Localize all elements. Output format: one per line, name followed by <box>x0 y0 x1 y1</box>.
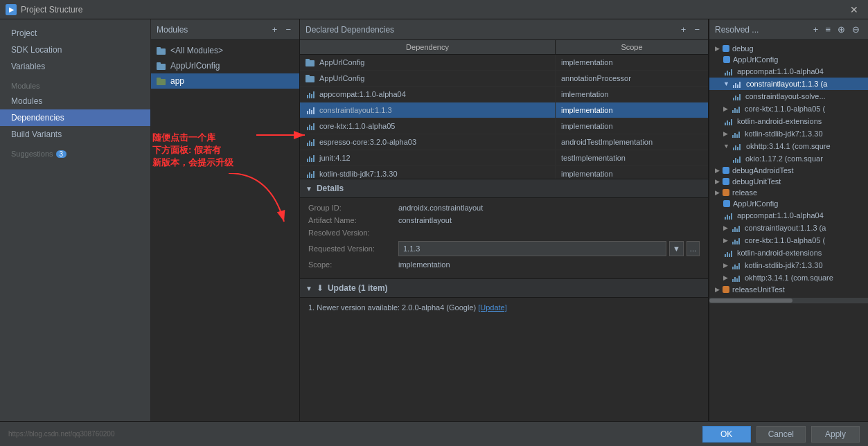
apply-button[interactable]: Apply <box>811 426 860 443</box>
resolved-item-constraintlayout-release[interactable]: ▶ constraintlayout:1.1.3 (a <box>709 222 868 234</box>
resolved-item-appcompat-debug[interactable]: appcompat:1.1.0-alpha04 <box>709 65 868 78</box>
details-toggle[interactable]: ▼ Details <box>300 179 708 198</box>
resolved-item-release-unit-test[interactable]: ▶ releaseUnitTest <box>709 284 868 295</box>
modules-panel-title: Modules <box>157 25 188 35</box>
dep-name-5: core-ktx:1.1.0-alpha05 <box>319 122 395 130</box>
deps-remove-button[interactable]: − <box>691 24 702 35</box>
dep-name-4: constraintlayout:1.1.3 <box>319 106 392 114</box>
scope-value: implementation <box>398 260 450 269</box>
close-button[interactable]: ✕ <box>846 3 862 17</box>
resolved-item-okhttp-debug[interactable]: ▼ okhttp:3.14.1 (com.squre <box>709 140 868 152</box>
bar-icon-3 <box>305 89 315 99</box>
resolved-item-appurlconfig-release[interactable]: AppUrlConfig <box>709 198 868 209</box>
requested-version-input[interactable] <box>398 241 666 256</box>
resolved-label-corektx-debug: core-ktx:1.1.0-alpha05 ( <box>745 105 825 113</box>
sidebar-item-variables[interactable]: Variables <box>0 58 150 75</box>
watermark: https://blog.csdn.net/qq308760200 <box>8 430 697 438</box>
resolved-item-kotlin-stdlib-release[interactable]: ▶ kotlin-stdlib-jdk7:1.3.30 <box>709 259 868 271</box>
update-body: 1. Newer version available: 2.0.0-alpha4… <box>300 298 708 317</box>
resolved-label-appurlconfig-debug: AppUrlConfig <box>733 55 778 64</box>
resolved-item-kotlin-stdlib[interactable]: ▶ kotlin-stdlib-jdk7:1.3.30 <box>709 127 868 140</box>
dep-col-header: Dependency <box>300 40 556 54</box>
module-appurlconfig[interactable]: AppUrlConfig <box>151 58 299 73</box>
resolved-item-debug-unit-test[interactable]: ▶ debugUnitTest <box>709 176 868 187</box>
sidebar-item-dependencies[interactable]: Dependencies <box>0 109 150 126</box>
app-icon <box>157 76 166 86</box>
resolved-item-appcompat-release[interactable]: appcompat:1.1.0-alpha04 <box>709 209 868 222</box>
update-toggle[interactable]: ▼ ⬇ Update (1 item) <box>300 279 708 298</box>
resolved-item-okhttp-release[interactable]: ▶ okhttp:3.14.1 (com.square <box>709 271 868 284</box>
resolved-label-debug-unit-test: debugUnitTest <box>732 177 781 186</box>
module-app[interactable]: app <box>151 73 299 89</box>
sidebar-item-sdk-location[interactable]: SDK Location <box>0 42 150 58</box>
resolved-expand-button[interactable]: ⊕ <box>835 24 848 35</box>
dep-scope-6: androidTestImplementation <box>556 135 708 149</box>
resolved-debug-label: debug <box>732 44 754 53</box>
resolved-version-label: Resolved Version: <box>308 229 398 237</box>
svg-rect-8 <box>305 76 315 82</box>
svg-rect-7 <box>305 59 310 61</box>
sidebar-item-modules[interactable]: Modules <box>0 93 150 109</box>
resolved-label-release: release <box>732 188 757 197</box>
version-more-button[interactable]: ... <box>687 241 700 256</box>
details-title: Details <box>317 184 344 193</box>
svg-rect-3 <box>157 62 161 64</box>
module-all-modules-label: <All Modules> <box>170 46 223 55</box>
sidebar-item-project[interactable]: Project <box>0 25 150 42</box>
version-dropdown-button[interactable]: ▼ <box>669 241 684 256</box>
bar-resolved-4 <box>731 104 741 114</box>
dep-row-constraintlayout[interactable]: constraintlayout:1.1.3 implementation <box>300 102 708 118</box>
module-all-modules[interactable]: <All Modules> <box>151 43 299 58</box>
resolved-item-release[interactable]: ▶ release <box>709 187 868 198</box>
sidebar-item-build-variants[interactable]: Build Variants <box>0 126 150 143</box>
chevron-release: ▶ <box>715 189 720 196</box>
deps-add-button[interactable]: + <box>678 24 689 35</box>
resolved-list-button[interactable]: ≡ <box>822 24 833 35</box>
modules-panel-header: Modules + − <box>151 19 299 40</box>
dep-scope-2: annotationProcessor <box>556 71 708 85</box>
sidebar: Project SDK Location Variables Modules M… <box>0 19 151 421</box>
cancel-button[interactable]: Cancel <box>756 426 806 443</box>
resolved-item-constraintlayout-debug[interactable]: ▼ constraintlayout:1.1.3 (a <box>709 78 868 90</box>
chevron-okhttp-release: ▶ <box>723 274 728 281</box>
resolved-label-okhttp-release: okhttp:3.14.1 (com.square <box>745 274 833 282</box>
resolved-item-kotlin-android[interactable]: kotlin-android-extensions <box>709 115 868 127</box>
resolved-item-corektx-release[interactable]: ▶ core-ktx:1.1.0-alpha05 ( <box>709 234 868 247</box>
chevron-constraint-release: ▶ <box>723 224 728 231</box>
resolved-label-appurlconfig-release: AppUrlConfig <box>733 199 778 208</box>
resolved-add-button[interactable]: + <box>811 24 822 35</box>
bar-resolved-8 <box>732 154 741 163</box>
dep-scope-7: testImplementation <box>556 151 708 165</box>
resolved-item-okio-debug[interactable]: okio:1.17.2 (com.squar <box>709 152 868 165</box>
modules-remove-button[interactable]: − <box>283 24 294 35</box>
resolved-item-constraintlayout-solve[interactable]: constraintlayout-solve... <box>709 90 868 102</box>
resolved-item-debug[interactable]: ▶ debug <box>709 43 868 54</box>
dep-row-junit[interactable]: junit:4.12 testImplementation <box>300 150 708 166</box>
modules-add-button[interactable]: + <box>269 24 281 35</box>
dep-row-espresso[interactable]: espresso-core:3.2.0-alpha03 androidTestI… <box>300 134 708 150</box>
resolved-label-kotlin-stdlib-release: kotlin-stdlib-jdk7:1.3.30 <box>745 261 823 269</box>
artifact-label: Artifact Name: <box>308 216 398 224</box>
details-body: Group ID: androidx.constraintlayout Arti… <box>300 198 708 278</box>
dep-scope-1: implementation <box>556 55 708 69</box>
dep-row-appcompat[interactable]: appcompat:1.1.0-alpha04 imlementation <box>300 87 708 102</box>
dep-row-kotlin-stdlib[interactable]: kotlin-stdlib-jdk7:1.3.30 implementation <box>300 166 708 179</box>
ok-button[interactable]: OK <box>702 426 751 443</box>
bar-resolved-r6 <box>731 273 741 283</box>
resolved-item-debug-android-test[interactable]: ▶ debugAndroidTest <box>709 165 868 176</box>
dep-row-appurlconfig1[interactable]: AppUrlConfig implementation <box>300 55 708 71</box>
resolved-item-appurlconfig-debug[interactable]: AppUrlConfig <box>709 54 868 65</box>
update-link[interactable]: [Update] <box>478 303 507 312</box>
chevron-debug-android-test: ▶ <box>715 167 720 174</box>
dep-row-corektx[interactable]: core-ktx:1.1.0-alpha05 implementation <box>300 118 708 134</box>
deps-area: Dependency Scope AppUrlConfig implementa… <box>300 40 708 421</box>
resolved-label-appcompat-debug: appcompat:1.1.0-alpha04 <box>737 67 824 75</box>
dep-row-appurlconfig2[interactable]: AppUrlConfig annotationProcessor <box>300 71 708 87</box>
resolved-item-corektx-debug[interactable]: ▶ core-ktx:1.1.0-alpha05 ( <box>709 102 868 115</box>
resolved-label-constraintlayout-debug: constraintlayout:1.1.3 (a <box>746 80 827 88</box>
resolved-collapse-button[interactable]: ⊖ <box>849 24 862 35</box>
nav-section-suggestions-label: Suggestions 3 <box>0 143 150 161</box>
resolved-label-okhttp-debug: okhttp:3.14.1 (com.squre <box>746 142 831 150</box>
title-bar-title: Project Structure <box>21 5 846 15</box>
resolved-item-kotlin-android-release[interactable]: kotlin-android-extensions <box>709 247 868 259</box>
